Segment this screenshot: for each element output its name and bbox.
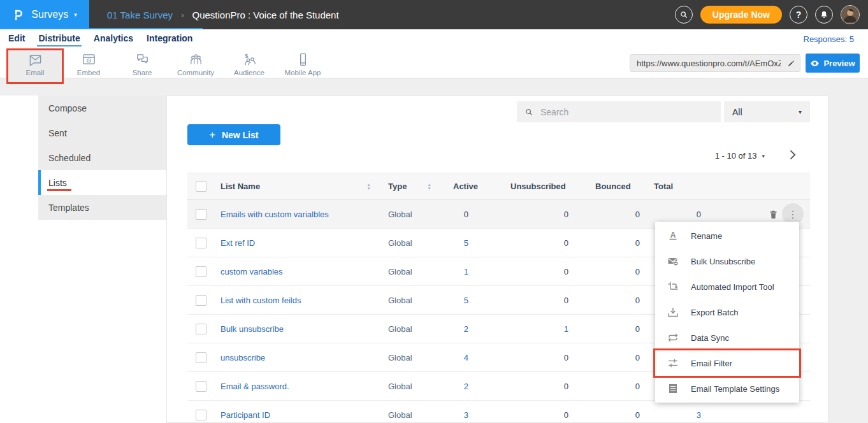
list-name-link[interactable]: Email & password. — [221, 382, 289, 391]
total-count[interactable]: 3 — [651, 401, 721, 423]
active-count[interactable]: 3 — [438, 401, 495, 423]
delete-list-button[interactable] — [768, 209, 779, 220]
row-checkbox[interactable] — [196, 410, 206, 420]
list-filter-dropdown[interactable]: All ▾ — [724, 101, 810, 122]
active-count[interactable]: 2 — [438, 315, 495, 343]
list-name-link[interactable]: unsubscribe — [221, 353, 265, 362]
upgrade-now-button[interactable]: Upgrade Now — [700, 6, 782, 24]
bounced-count[interactable]: 0 — [584, 315, 651, 343]
context-menu-item[interactable]: Email Filter — [655, 350, 799, 376]
search-button[interactable] — [675, 6, 693, 24]
unsubscribed-count[interactable]: 0 — [495, 200, 584, 229]
sidebar-item-label: Templates — [48, 201, 90, 214]
active-count[interactable]: 1 — [438, 257, 495, 286]
list-name-link[interactable]: Bulk unsubscribe — [221, 324, 284, 334]
list-name-link[interactable]: List with custom feilds — [221, 296, 301, 305]
toolbar-item[interactable]: Share — [115, 50, 169, 82]
sidebar-item[interactable]: Scheduled — [38, 145, 166, 170]
context-menu-item[interactable]: Export Batch — [655, 299, 799, 325]
list-name-link[interactable]: custom variables — [221, 267, 283, 276]
unsubscribed-count[interactable]: 0 — [495, 229, 584, 257]
help-button[interactable]: ? — [790, 6, 807, 24]
sidebar-item[interactable]: Compose — [38, 96, 166, 120]
row-context-menu: Rename Bulk Unsubscribe Automated Import… — [655, 222, 799, 403]
tab[interactable]: Distribute — [37, 32, 81, 47]
bounced-count[interactable]: 0 — [584, 200, 651, 229]
active-count[interactable]: 5 — [438, 286, 495, 315]
bounced-count[interactable]: 0 — [584, 229, 651, 257]
bounced-count[interactable]: 0 — [584, 372, 651, 401]
list-type: Global — [377, 343, 438, 372]
product-name: Surveys — [31, 9, 68, 20]
chevron-down-icon: ▾ — [74, 11, 77, 18]
chevron-down-icon: ▾ — [762, 153, 765, 159]
sort-icon[interactable]: ▲▼ — [367, 183, 371, 190]
list-name-link[interactable]: Participant ID — [221, 410, 270, 420]
tab[interactable]: Analytics — [92, 32, 134, 47]
unsubscribed-count[interactable]: 0 — [495, 401, 584, 423]
top-header: Surveys ▾ 01 Take Survey › QuestionPro :… — [0, 0, 868, 29]
active-count[interactable]: 4 — [438, 343, 495, 372]
sidebar-item[interactable]: Lists — [38, 170, 166, 195]
context-menu-item-icon — [667, 255, 679, 267]
toolbar-item[interactable]: Email — [8, 50, 62, 82]
bounced-count[interactable]: 0 — [584, 257, 651, 286]
survey-title: QuestionPro : Voice of the Student — [192, 10, 338, 20]
active-count[interactable]: 2 — [438, 372, 495, 401]
sidebar-item[interactable]: Templates — [38, 195, 166, 220]
context-menu-item[interactable]: Rename — [655, 223, 799, 248]
context-menu-item[interactable]: Email Template Settings — [655, 376, 799, 401]
next-page-button[interactable] — [786, 148, 799, 161]
user-avatar[interactable] — [841, 5, 860, 24]
list-name-link[interactable]: Ext ref ID — [221, 238, 255, 248]
row-checkbox[interactable] — [196, 352, 206, 363]
unsubscribed-count[interactable]: 0 — [495, 343, 584, 372]
bounced-count[interactable]: 0 — [584, 343, 651, 372]
unsubscribed-count[interactable]: 1 — [495, 315, 584, 343]
list-type: Global — [377, 401, 438, 423]
tab[interactable]: Integration — [145, 32, 194, 47]
email-sidebar: Compose Sent Scheduled Lists Templates — [38, 96, 166, 220]
bounced-count[interactable]: 0 — [584, 401, 651, 423]
unsubscribed-count[interactable]: 0 — [495, 286, 584, 315]
tab[interactable]: Edit — [7, 32, 26, 47]
sidebar-item[interactable]: Sent — [38, 120, 166, 145]
bounced-count[interactable]: 0 — [584, 286, 651, 315]
unsubscribed-count[interactable]: 0 — [495, 257, 584, 286]
sidebar-item-label: Lists — [48, 176, 68, 189]
breadcrumb-survey-group[interactable]: 01 Take Survey — [107, 10, 173, 20]
survey-url-input[interactable] — [630, 59, 782, 68]
list-name-link[interactable]: Emails with custom varialbles — [221, 210, 329, 219]
unsubscribed-count[interactable]: 0 — [495, 372, 584, 401]
app-window: Surveys ▾ 01 Take Survey › QuestionPro :… — [0, 0, 868, 423]
active-count[interactable]: 5 — [438, 229, 495, 257]
edit-url-button[interactable] — [782, 59, 800, 68]
pagination-dropdown[interactable]: 1 - 10 of 13 ▾ — [715, 151, 765, 161]
toolbar-item-label: Share — [133, 69, 152, 76]
responses-count-link[interactable]: Responses: 5 — [804, 34, 868, 44]
new-list-button[interactable]: + New List — [187, 124, 280, 145]
surveys-product-menu[interactable]: Surveys ▾ — [0, 0, 89, 29]
column-header-bounced: Bounced — [584, 173, 651, 200]
context-menu-item[interactable]: Bulk Unsubscribe — [655, 248, 799, 274]
row-checkbox[interactable] — [196, 324, 206, 334]
select-all-checkbox[interactable] — [196, 181, 206, 192]
row-checkbox[interactable] — [196, 381, 206, 392]
notifications-button[interactable] — [815, 6, 833, 24]
context-menu-item[interactable]: Automated Import Tool — [655, 274, 799, 299]
row-checkbox[interactable] — [196, 266, 206, 277]
toolbar-item[interactable]: Community — [169, 50, 222, 82]
toolbar-item[interactable]: Mobile App — [276, 50, 329, 82]
preview-button[interactable]: Preview — [806, 54, 860, 73]
row-checkbox[interactable] — [196, 238, 206, 248]
sort-icon[interactable]: ▲▼ — [428, 183, 431, 190]
active-count[interactable]: 0 — [438, 200, 495, 229]
row-checkbox[interactable] — [196, 209, 206, 220]
table-header-row: List Name▲▼ Type▲▼ Active Unsubscribed B… — [187, 173, 810, 200]
list-search-input[interactable] — [539, 106, 721, 118]
toolbar-item[interactable]: Embed — [62, 50, 115, 82]
context-menu-item[interactable]: Data Sync — [655, 325, 799, 350]
row-checkbox[interactable] — [196, 295, 206, 306]
toolbar-item[interactable]: Audience — [222, 50, 276, 82]
list-type: Global — [377, 229, 438, 257]
